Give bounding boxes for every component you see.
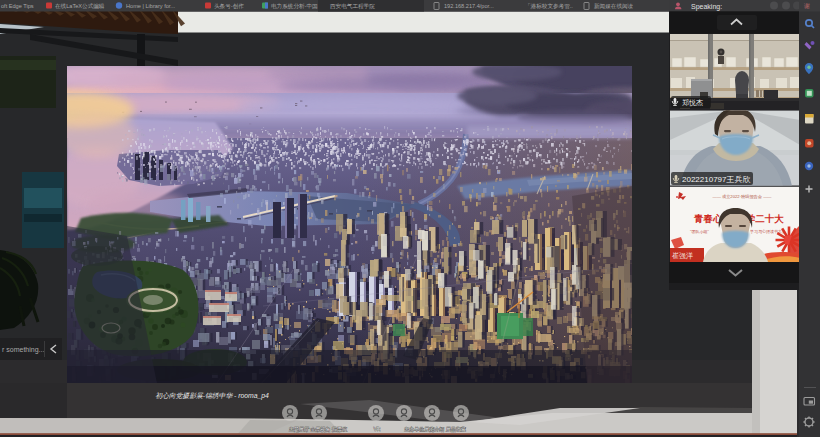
svg-text:西安电气工程学院: 西安电气工程学院 xyxy=(330,3,375,10)
svg-text:r something...: r something... xyxy=(2,346,44,354)
svg-text:VR: VR xyxy=(374,426,381,432)
svg-text:新闻媒在线阅读: 新闻媒在线阅读 xyxy=(594,3,634,10)
svg-text:192.168.217.4/por...: 192.168.217.4/por... xyxy=(444,3,494,9)
svg-text:崔强洋: 崔强洋 xyxy=(672,252,693,260)
svg-text:「港标校文参考管..: 「港标校文参考管.. xyxy=(525,3,573,10)
svg-text:"团队小组": "团队小组" xyxy=(690,229,709,234)
svg-text:2022210797王兵欣: 2022210797王兵欣 xyxy=(682,175,751,184)
svg-text:主办单位展览介绍 展品收藏: 主办单位展览介绍 展品收藏 xyxy=(404,426,465,433)
svg-text:在线LaTeX公式编辑: 在线LaTeX公式编辑 xyxy=(55,3,105,9)
svg-text:头条号-创作: 头条号-创作 xyxy=(214,3,244,9)
svg-text:电力系统分析-中国..: 电力系统分析-中国.. xyxy=(271,3,321,10)
svg-text:主题展厅 全景视角 投票仪: 主题展厅 全景视角 投票仪 xyxy=(289,426,348,433)
svg-text:初心向党摄影展-锦绣中华 - rooma_p4: 初心向党摄影展-锦绣中华 - rooma_p4 xyxy=(155,392,269,400)
svg-text:谢: 谢 xyxy=(804,3,810,9)
svg-text:Speaking:: Speaking: xyxy=(691,3,722,11)
svg-text:oft Edge Tips: oft Edge Tips xyxy=(1,3,34,9)
svg-text:郑悦杰: 郑悦杰 xyxy=(682,99,703,107)
svg-text:Home | Library for...: Home | Library for... xyxy=(126,3,175,9)
